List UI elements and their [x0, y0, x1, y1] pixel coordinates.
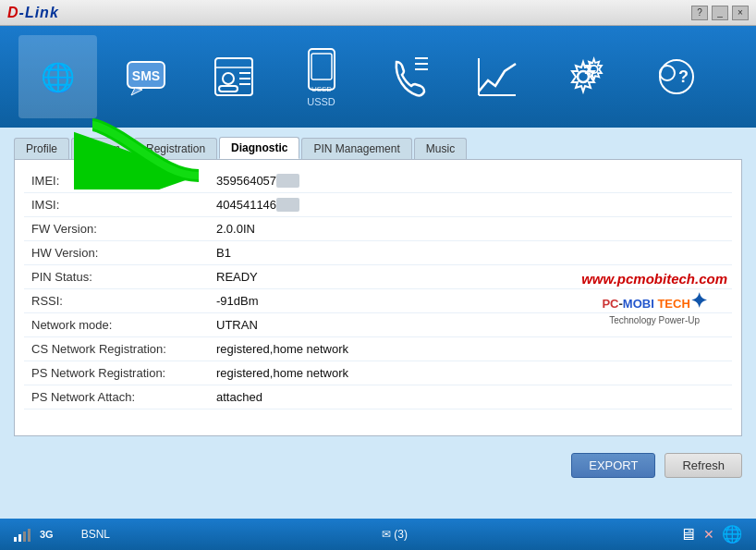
field-value: 2.0.0IN — [209, 217, 732, 241]
tab-diagnostic[interactable]: Diagnostic — [219, 137, 299, 159]
nav-bar: 🌐 SMS — [0, 26, 756, 128]
table-row: FW Version: 2.0.0IN — [24, 217, 732, 241]
monitor-icon: 🖥 — [679, 525, 696, 544]
svg-text:SMS: SMS — [131, 68, 159, 83]
table-row: HW Version: B1 — [24, 241, 732, 265]
minimize-button[interactable]: _ — [712, 6, 728, 20]
tabs-container: Profile Modem Registration Diagnostic PI… — [14, 137, 742, 159]
dlink-logo: D-Link — [7, 5, 59, 21]
field-label: IMEI: — [24, 169, 209, 193]
svg-rect-10 — [309, 49, 335, 90]
watermark-logo: PC-MOBI TECH✦ — [581, 289, 727, 313]
field-value: B1 — [209, 241, 732, 265]
field-value: registered,home network — [209, 361, 732, 385]
message-count: (3) — [394, 528, 408, 541]
field-label: Network mode: — [24, 313, 209, 337]
export-button[interactable]: EXPORT — [571, 453, 655, 478]
svg-point-5 — [223, 73, 234, 84]
svg-text:?: ? — [678, 67, 689, 86]
nav-item-settings[interactable] — [545, 35, 624, 118]
network-type: 3G — [40, 529, 54, 540]
title-bar-controls: ? _ × — [691, 6, 749, 20]
message-icon: ✉ — [382, 528, 391, 541]
svg-rect-11 — [311, 54, 332, 79]
table-row: IMSI: 404541146 — [24, 193, 732, 217]
nav-item-calls[interactable] — [370, 35, 448, 118]
table-row: PS Network Registration: registered,home… — [24, 361, 732, 385]
field-value: 404541146 — [209, 193, 732, 217]
contacts-icon — [211, 54, 257, 100]
svg-marker-2 — [131, 88, 142, 95]
panel-wrapper: Profile Modem Registration Diagnostic PI… — [0, 128, 756, 519]
help-icon: ? — [650, 54, 696, 100]
field-label: IMSI: — [24, 193, 209, 217]
network-icon: 🌐 — [722, 524, 742, 544]
svg-text:USSD: USSD — [311, 85, 331, 92]
carrier-name: BSNL — [81, 528, 110, 541]
tab-registration[interactable]: Registration — [134, 138, 217, 159]
field-label: CS Network Registration: — [24, 337, 209, 361]
table-row: PS Network Attach: attached — [24, 385, 732, 409]
ussd-label: USSD — [307, 96, 335, 107]
svg-point-21 — [660, 66, 675, 80]
table-row: CS Network Registration: registered,home… — [24, 337, 732, 361]
status-right: 🖥 ✕ 🌐 — [679, 524, 742, 544]
nav-item-sms[interactable]: SMS — [106, 35, 185, 118]
title-bar-left: D-Link — [7, 5, 59, 21]
tab-modem[interactable]: Modem — [71, 138, 132, 159]
field-label: RSSI: — [24, 289, 209, 313]
disconnect-icon: ✕ — [703, 527, 714, 542]
field-label: PS Network Attach: — [24, 385, 209, 409]
refresh-button[interactable]: Refresh — [665, 453, 742, 478]
field-value: registered,home network — [209, 337, 732, 361]
sms-icon: SMS — [123, 54, 169, 100]
field-value: attached — [209, 385, 732, 409]
status-bar: 3G BSNL ✉ (3) 🖥 ✕ 🌐 — [0, 519, 756, 550]
status-center: ✉ (3) — [382, 528, 408, 541]
tab-profile[interactable]: Profile — [14, 138, 69, 159]
nav-item-internet[interactable]: 🌐 — [18, 35, 97, 118]
watermark-subtext: Technology Power-Up — [581, 315, 727, 325]
svg-rect-6 — [219, 86, 238, 92]
table-row: IMEI: 359564057 — [24, 169, 732, 193]
button-row: EXPORT Refresh — [14, 453, 742, 478]
nav-item-contacts[interactable] — [194, 35, 273, 118]
watermark: www.pcmobitech.com PC-MOBI TECH✦ Technol… — [581, 271, 727, 325]
calls-icon — [386, 54, 433, 100]
field-label: PIN Status: — [24, 265, 209, 289]
field-value: 359564057 — [209, 169, 732, 193]
close-button[interactable]: × — [732, 6, 749, 20]
field-label: PS Network Registration: — [24, 361, 209, 385]
globe-icon: 🌐 — [35, 54, 81, 100]
title-bar: D-Link ? _ × — [0, 0, 756, 26]
status-left: 3G BSNL — [14, 527, 110, 542]
watermark-url: www.pcmobitech.com — [581, 271, 727, 287]
tab-music[interactable]: Music — [414, 138, 467, 159]
field-label: HW Version: — [24, 241, 209, 265]
tab-pin-management[interactable]: PIN Management — [301, 138, 411, 159]
signal-icon — [14, 527, 30, 542]
nav-item-stats[interactable] — [457, 35, 536, 118]
nav-item-help[interactable]: ? — [633, 35, 712, 118]
main-panel: IMEI: 359564057 IMSI: 404541146 FW Versi… — [14, 159, 742, 436]
help-button[interactable]: ? — [691, 6, 708, 20]
nav-item-ussd[interactable]: USSD USSD — [282, 35, 360, 118]
stats-icon — [474, 54, 520, 100]
field-label: FW Version: — [24, 217, 209, 241]
ussd-icon: USSD — [299, 46, 345, 92]
settings-icon — [562, 54, 608, 100]
